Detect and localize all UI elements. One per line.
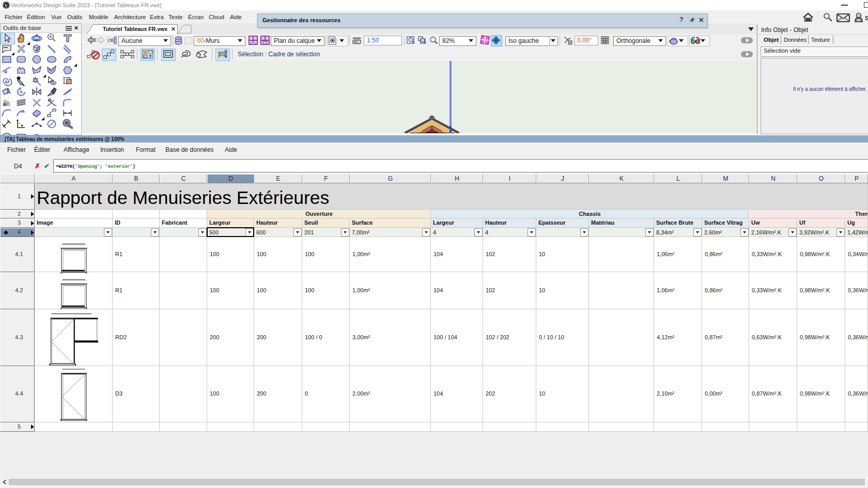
svg-text:Sé: Sé	[865, 15, 868, 21]
svg-text:V: V	[5, 3, 8, 8]
